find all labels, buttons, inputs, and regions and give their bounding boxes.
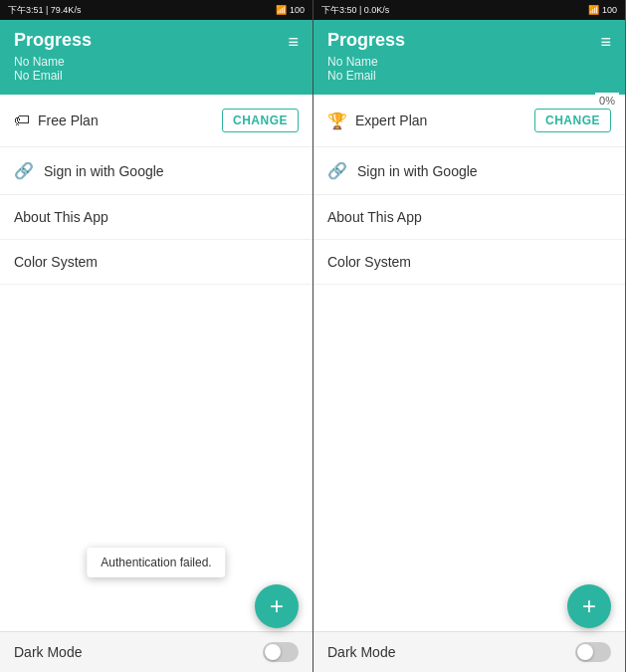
bottom-bar-2: Dark Mode (313, 631, 625, 672)
header-2: Progress No Name No Email ≡ (313, 20, 625, 95)
user-name-2: No Name (327, 55, 405, 69)
header-info-1: Progress No Name No Email (14, 30, 92, 83)
dark-mode-toggle-2[interactable] (575, 642, 611, 662)
link-icon-1: 🔗 (14, 161, 34, 180)
status-right-1: 📶 100 (276, 5, 305, 15)
menu-icon-2[interactable]: ≡ (600, 32, 611, 53)
user-email-1: No Email (14, 69, 92, 83)
plan-icon-2: 🏆 (327, 112, 347, 130)
status-right-2: 📶 100 (588, 5, 617, 15)
status-left-1: 下午3:51 | 79.4K/s (8, 4, 81, 17)
plan-row-2: 🏆 Expert Plan CHANGE (313, 95, 625, 147)
progress-badge-2: 0% (595, 93, 619, 109)
dark-mode-toggle-1[interactable] (263, 642, 299, 662)
status-time-2: 下午3:50 | 0.0K/s (321, 4, 389, 17)
fab-1[interactable]: + (255, 584, 299, 628)
dark-mode-label-1: Dark Mode (14, 644, 82, 660)
status-time-1: 下午3:51 | 79.4K/s (8, 4, 81, 17)
user-name-1: No Name (14, 55, 92, 69)
header-info-2: Progress No Name No Email (327, 30, 405, 83)
battery-icon-1: 📶 100 (276, 5, 305, 15)
header-1: Progress No Name No Email ≡ (0, 20, 313, 95)
status-bar-2: 下午3:50 | 0.0K/s 📶 100 (313, 0, 625, 20)
app-title-2: Progress (327, 30, 405, 51)
plan-name-2: Expert Plan (355, 112, 526, 128)
toast-1: Authentication failed. (87, 548, 225, 577)
plan-name-1: Free Plan (38, 112, 214, 128)
menu-item-color-1[interactable]: Color System (0, 240, 313, 285)
plan-icon-1: 🏷 (14, 112, 30, 129)
dark-mode-label-2: Dark Mode (327, 644, 395, 660)
battery-icon-2: 📶 100 (588, 5, 617, 15)
bottom-bar-1: Dark Mode (0, 631, 313, 672)
status-bar-1: 下午3:51 | 79.4K/s 📶 100 (0, 0, 313, 20)
app-title-1: Progress (14, 30, 92, 51)
google-signin-label-1: Sign in with Google (44, 163, 164, 179)
google-signin-row-1[interactable]: 🔗 Sign in with Google (0, 147, 313, 195)
change-plan-button-1[interactable]: CHANGE (222, 109, 299, 132)
google-signin-row-2[interactable]: 🔗 Sign in with Google (313, 147, 625, 195)
menu-icon-1[interactable]: ≡ (288, 32, 299, 53)
google-signin-label-2: Sign in with Google (357, 163, 478, 179)
link-icon-2: 🔗 (327, 161, 347, 180)
phone-panel-2: 下午3:50 | 0.0K/s 📶 100 Progress No Name N… (313, 0, 625, 672)
plan-row-1: 🏷 Free Plan CHANGE (0, 95, 313, 147)
menu-item-about-2[interactable]: About This App (313, 195, 625, 240)
content-2: 🏆 Expert Plan CHANGE 🔗 Sign in with Goog… (313, 95, 625, 631)
status-left-2: 下午3:50 | 0.0K/s (321, 4, 389, 17)
user-email-2: No Email (327, 69, 405, 83)
change-plan-button-2[interactable]: CHANGE (534, 109, 611, 132)
menu-item-about-1[interactable]: About This App (0, 195, 313, 240)
menu-item-color-2[interactable]: Color System (313, 240, 625, 285)
fab-2[interactable]: + (567, 584, 611, 628)
phone-panel-1: 下午3:51 | 79.4K/s 📶 100 Progress No Name … (0, 0, 313, 672)
